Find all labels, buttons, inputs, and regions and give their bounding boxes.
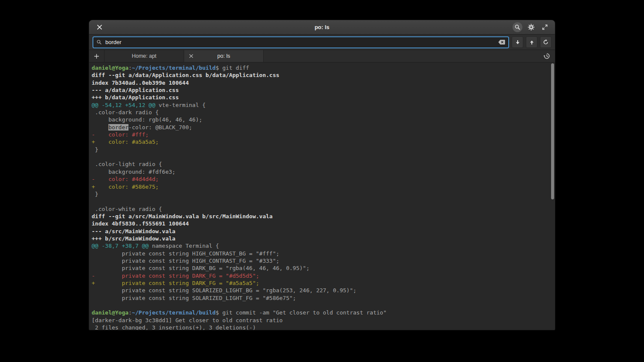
terminal-line: private const string DARK_BG = "rgba(46,…: [92, 264, 552, 272]
terminal-line: [92, 153, 552, 160]
close-button[interactable]: [94, 22, 104, 33]
terminal-line: + private const string DARK_FG = "#a5a5a…: [92, 279, 552, 287]
scrollbar[interactable]: [550, 62, 555, 330]
terminal-line: .color-white radio {: [92, 205, 552, 213]
tab-bar: Home: aptpo: ls: [89, 50, 555, 62]
history-icon: [543, 53, 550, 59]
clear-search-icon[interactable]: [498, 39, 505, 45]
close-icon: [97, 24, 102, 30]
fullscreen-icon: [542, 24, 548, 30]
terminal-window: po: ls: [89, 20, 555, 330]
scrollbar-thumb[interactable]: [551, 63, 554, 199]
titlebar[interactable]: po: ls: [89, 20, 555, 35]
terminal-line: }: [92, 146, 552, 153]
tab-home-apt[interactable]: Home: apt: [104, 50, 184, 62]
tab-label: po: ls: [218, 53, 230, 59]
search-next-button[interactable]: [512, 36, 523, 48]
tab-list: Home: aptpo: ls: [104, 50, 264, 62]
arrow-down-icon: [515, 39, 521, 45]
terminal-line: daniel@Yoga:~/Projects/terminal/build$ g…: [92, 309, 552, 316]
titlebar-actions: [513, 22, 550, 33]
terminal-line: daniel@Yoga:~/Projects/terminal/build$ g…: [92, 64, 552, 71]
terminal-line: --- a/data/Application.css: [92, 86, 552, 94]
search-previous-button[interactable]: [526, 36, 537, 48]
plus-icon: [94, 53, 99, 59]
tab-label: Home: apt: [132, 53, 157, 59]
search-field: [92, 36, 509, 48]
terminal-line: index 4bf5830..f555691 100644: [92, 220, 552, 227]
terminal-line: - private const string DARK_FG = "#d5d5d…: [92, 272, 552, 279]
terminal-viewport[interactable]: daniel@Yoga:~/Projects/terminal/build$ g…: [89, 62, 555, 330]
window-title: po: ls: [89, 24, 555, 30]
terminal-line: - color: #fff;: [92, 131, 552, 138]
terminal-line: @@ -38,7 +38,7 @@ namespace Terminal {: [92, 242, 552, 249]
terminal-line: private const string HIGH_CONTRAST_BG = …: [92, 250, 552, 257]
terminal-line: - color: #4d4d4d;: [92, 175, 552, 183]
tab-close-icon[interactable]: [189, 54, 193, 58]
search-toggle-button[interactable]: [513, 22, 522, 32]
gear-icon: [528, 24, 535, 31]
terminal-line: --- a/src/MainWindow.vala: [92, 228, 552, 235]
terminal-line: private const string SOLARIZED_LIGHT_BG …: [92, 287, 552, 294]
history-button[interactable]: [539, 50, 555, 62]
terminal-line: + color: #586e75;: [92, 183, 552, 190]
search-bar: [89, 35, 555, 50]
terminal-output: daniel@Yoga:~/Projects/terminal/build$ g…: [89, 62, 555, 330]
terminal-line: 2 files changed, 3 insertions(+), 3 dele…: [92, 324, 552, 330]
terminal-line: +++ b/data/Application.css: [92, 94, 552, 101]
terminal-line: diff --git a/data/Application.css b/data…: [92, 71, 552, 79]
terminal-line: border-color: @BLACK_700;: [92, 124, 552, 131]
fullscreen-button[interactable]: [540, 22, 550, 33]
terminal-line: index 7b340ad..0eb399e 100644: [92, 79, 552, 86]
terminal-line: @@ -54,12 +54,12 @@ vte-terminal {: [92, 101, 552, 109]
settings-button[interactable]: [526, 22, 536, 33]
terminal-line: background: rgb(46, 46, 46);: [92, 116, 552, 123]
terminal-line: background: #fdf6e3;: [92, 168, 552, 175]
terminal-line: }: [92, 190, 552, 198]
tab-po-ls[interactable]: po: ls: [184, 50, 264, 62]
desktop-background: po: ls: [0, 0, 644, 362]
arrow-up-icon: [529, 39, 535, 45]
terminal-line: .color-light radio {: [92, 160, 552, 168]
search-icon: [96, 39, 102, 45]
search-input[interactable]: [104, 39, 495, 46]
terminal-line: private const string SOLARIZED_LIGHT_FG …: [92, 294, 552, 302]
terminal-line: [92, 302, 552, 309]
search-wrap-button[interactable]: [540, 36, 552, 48]
terminal-line: + color: #a5a5a5;: [92, 138, 552, 145]
terminal-line: .color-dark radio {: [92, 109, 552, 116]
terminal-line: [darker-dark-bg 3c38dd1] Get closer to o…: [92, 317, 552, 324]
new-tab-button[interactable]: [89, 50, 104, 62]
terminal-line: [92, 198, 552, 205]
terminal-line: +++ b/src/MainWindow.vala: [92, 235, 552, 242]
terminal-line: diff --git a/src/MainWindow.vala b/src/M…: [92, 213, 552, 220]
cycle-icon: [543, 39, 549, 45]
terminal-line: private const string HIGH_CONTRAST_FG = …: [92, 257, 552, 264]
search-icon: [514, 24, 521, 30]
